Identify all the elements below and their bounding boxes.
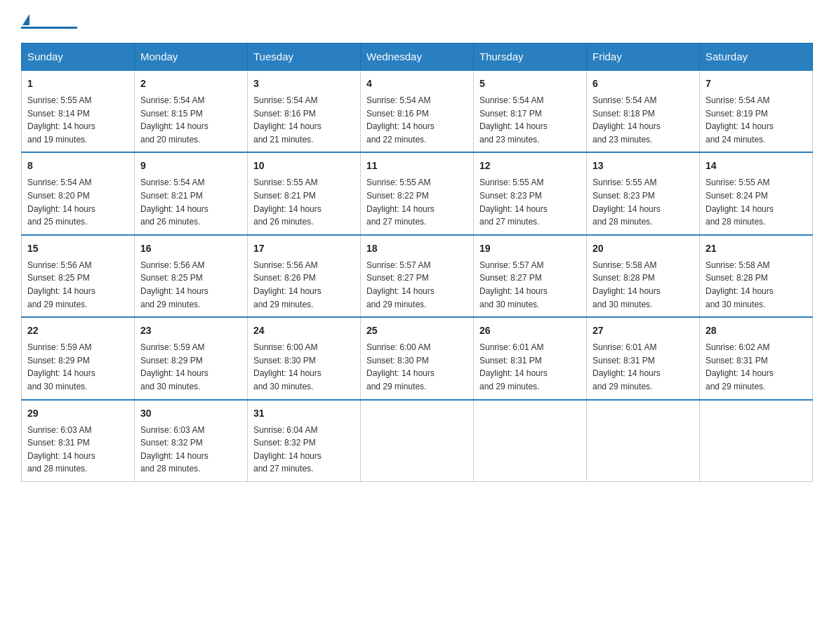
calendar-cell: 3Sunrise: 5:54 AMSunset: 8:16 PMDaylight…	[248, 70, 361, 152]
calendar-cell: 6Sunrise: 5:54 AMSunset: 8:18 PMDaylight…	[587, 70, 700, 152]
day-number: 16	[140, 241, 241, 256]
calendar-cell: 31Sunrise: 6:04 AMSunset: 8:32 PMDayligh…	[248, 400, 361, 482]
day-number: 3	[253, 76, 355, 91]
column-header-friday: Friday	[587, 43, 700, 71]
day-info: Sunrise: 5:54 AMSunset: 8:20 PMDaylight:…	[27, 176, 128, 228]
day-info: Sunrise: 5:59 AMSunset: 8:29 PMDaylight:…	[27, 341, 128, 393]
calendar-cell: 12Sunrise: 5:55 AMSunset: 8:23 PMDayligh…	[474, 152, 587, 234]
day-info: Sunrise: 5:58 AMSunset: 8:28 PMDaylight:…	[706, 259, 807, 311]
day-number: 22	[27, 323, 128, 338]
calendar-header-row: SundayMondayTuesdayWednesdayThursdayFrid…	[22, 43, 813, 71]
day-number: 25	[366, 323, 468, 338]
calendar-cell: 11Sunrise: 5:55 AMSunset: 8:22 PMDayligh…	[361, 152, 474, 234]
day-info: Sunrise: 5:55 AMSunset: 8:14 PMDaylight:…	[27, 94, 128, 146]
calendar-cell: 18Sunrise: 5:57 AMSunset: 8:27 PMDayligh…	[361, 235, 474, 317]
day-info: Sunrise: 5:54 AMSunset: 8:16 PMDaylight:…	[253, 94, 355, 146]
day-info: Sunrise: 6:02 AMSunset: 8:31 PMDaylight:…	[706, 341, 807, 393]
calendar-cell: 1Sunrise: 5:55 AMSunset: 8:14 PMDaylight…	[22, 70, 135, 152]
day-info: Sunrise: 5:56 AMSunset: 8:25 PMDaylight:…	[27, 259, 128, 311]
calendar-cell: 5Sunrise: 5:54 AMSunset: 8:17 PMDaylight…	[474, 70, 587, 152]
day-info: Sunrise: 5:55 AMSunset: 8:22 PMDaylight:…	[366, 176, 468, 228]
day-info: Sunrise: 6:00 AMSunset: 8:30 PMDaylight:…	[366, 341, 468, 393]
column-header-monday: Monday	[135, 43, 248, 71]
logo	[21, 14, 77, 29]
day-number: 27	[593, 323, 694, 338]
day-info: Sunrise: 5:54 AMSunset: 8:17 PMDaylight:…	[479, 94, 581, 146]
calendar-cell: 13Sunrise: 5:55 AMSunset: 8:23 PMDayligh…	[587, 152, 700, 234]
day-number: 24	[253, 323, 355, 338]
day-number: 8	[27, 159, 128, 173]
day-info: Sunrise: 5:54 AMSunset: 8:21 PMDaylight:…	[140, 176, 241, 228]
calendar-cell	[700, 400, 813, 482]
day-info: Sunrise: 5:56 AMSunset: 8:25 PMDaylight:…	[140, 259, 241, 311]
day-info: Sunrise: 6:01 AMSunset: 8:31 PMDaylight:…	[479, 341, 581, 393]
week-row-3: 15Sunrise: 5:56 AMSunset: 8:25 PMDayligh…	[22, 235, 813, 317]
day-number: 26	[479, 323, 581, 338]
logo-line	[21, 27, 77, 29]
column-header-tuesday: Tuesday	[248, 43, 361, 71]
calendar-cell: 20Sunrise: 5:58 AMSunset: 8:28 PMDayligh…	[587, 235, 700, 317]
day-info: Sunrise: 5:54 AMSunset: 8:16 PMDaylight:…	[366, 94, 468, 146]
day-info: Sunrise: 5:56 AMSunset: 8:26 PMDaylight:…	[253, 259, 355, 311]
column-header-thursday: Thursday	[474, 43, 587, 71]
calendar-cell: 23Sunrise: 5:59 AMSunset: 8:29 PMDayligh…	[135, 317, 248, 399]
week-row-2: 8Sunrise: 5:54 AMSunset: 8:20 PMDaylight…	[22, 152, 813, 234]
calendar-cell: 30Sunrise: 6:03 AMSunset: 8:32 PMDayligh…	[135, 400, 248, 482]
calendar-cell: 22Sunrise: 5:59 AMSunset: 8:29 PMDayligh…	[22, 317, 135, 399]
day-info: Sunrise: 5:55 AMSunset: 8:23 PMDaylight:…	[479, 176, 581, 228]
day-info: Sunrise: 5:54 AMSunset: 8:19 PMDaylight:…	[706, 94, 807, 146]
day-number: 6	[593, 76, 694, 91]
calendar-cell: 4Sunrise: 5:54 AMSunset: 8:16 PMDaylight…	[361, 70, 474, 152]
day-number: 2	[140, 76, 241, 91]
calendar-cell: 8Sunrise: 5:54 AMSunset: 8:20 PMDaylight…	[22, 152, 135, 234]
day-info: Sunrise: 5:55 AMSunset: 8:21 PMDaylight:…	[253, 176, 355, 228]
day-info: Sunrise: 6:01 AMSunset: 8:31 PMDaylight:…	[593, 341, 694, 393]
day-info: Sunrise: 5:54 AMSunset: 8:15 PMDaylight:…	[140, 94, 241, 146]
day-info: Sunrise: 6:00 AMSunset: 8:30 PMDaylight:…	[253, 341, 355, 393]
calendar-cell: 28Sunrise: 6:02 AMSunset: 8:31 PMDayligh…	[700, 317, 813, 399]
day-number: 30	[140, 406, 241, 421]
page-header	[21, 14, 813, 29]
day-info: Sunrise: 5:57 AMSunset: 8:27 PMDaylight:…	[366, 259, 468, 311]
day-number: 13	[593, 159, 694, 173]
day-number: 12	[479, 159, 581, 173]
calendar-cell: 21Sunrise: 5:58 AMSunset: 8:28 PMDayligh…	[700, 235, 813, 317]
day-number: 5	[479, 76, 581, 91]
day-number: 19	[479, 241, 581, 256]
day-number: 7	[706, 76, 807, 91]
day-number: 23	[140, 323, 241, 338]
calendar-cell: 15Sunrise: 5:56 AMSunset: 8:25 PMDayligh…	[22, 235, 135, 317]
day-info: Sunrise: 6:03 AMSunset: 8:31 PMDaylight:…	[27, 424, 128, 476]
calendar-cell: 25Sunrise: 6:00 AMSunset: 8:30 PMDayligh…	[361, 317, 474, 399]
day-number: 17	[253, 241, 355, 256]
day-number: 11	[366, 159, 468, 173]
day-info: Sunrise: 6:04 AMSunset: 8:32 PMDaylight:…	[253, 424, 355, 476]
day-number: 20	[593, 241, 694, 256]
calendar-cell: 7Sunrise: 5:54 AMSunset: 8:19 PMDaylight…	[700, 70, 813, 152]
day-number: 18	[366, 241, 468, 256]
day-info: Sunrise: 6:03 AMSunset: 8:32 PMDaylight:…	[140, 424, 241, 476]
week-row-4: 22Sunrise: 5:59 AMSunset: 8:29 PMDayligh…	[22, 317, 813, 399]
day-number: 29	[27, 406, 128, 421]
column-header-sunday: Sunday	[22, 43, 135, 71]
day-number: 4	[366, 76, 468, 91]
day-number: 10	[253, 159, 355, 173]
day-info: Sunrise: 5:59 AMSunset: 8:29 PMDaylight:…	[140, 341, 241, 393]
calendar-cell: 10Sunrise: 5:55 AMSunset: 8:21 PMDayligh…	[248, 152, 361, 234]
day-number: 14	[706, 159, 807, 173]
column-header-wednesday: Wednesday	[361, 43, 474, 71]
calendar-table: SundayMondayTuesdayWednesdayThursdayFrid…	[21, 43, 813, 482]
day-number: 15	[27, 241, 128, 256]
day-number: 9	[140, 159, 241, 173]
day-info: Sunrise: 5:54 AMSunset: 8:18 PMDaylight:…	[593, 94, 694, 146]
day-number: 1	[27, 76, 128, 91]
calendar-cell: 9Sunrise: 5:54 AMSunset: 8:21 PMDaylight…	[135, 152, 248, 234]
calendar-cell	[587, 400, 700, 482]
day-info: Sunrise: 5:55 AMSunset: 8:23 PMDaylight:…	[593, 176, 694, 228]
calendar-cell: 2Sunrise: 5:54 AMSunset: 8:15 PMDaylight…	[135, 70, 248, 152]
calendar-cell: 26Sunrise: 6:01 AMSunset: 8:31 PMDayligh…	[474, 317, 587, 399]
week-row-5: 29Sunrise: 6:03 AMSunset: 8:31 PMDayligh…	[22, 400, 813, 482]
day-info: Sunrise: 5:55 AMSunset: 8:24 PMDaylight:…	[706, 176, 807, 228]
column-header-saturday: Saturday	[700, 43, 813, 71]
day-number: 31	[253, 406, 355, 421]
